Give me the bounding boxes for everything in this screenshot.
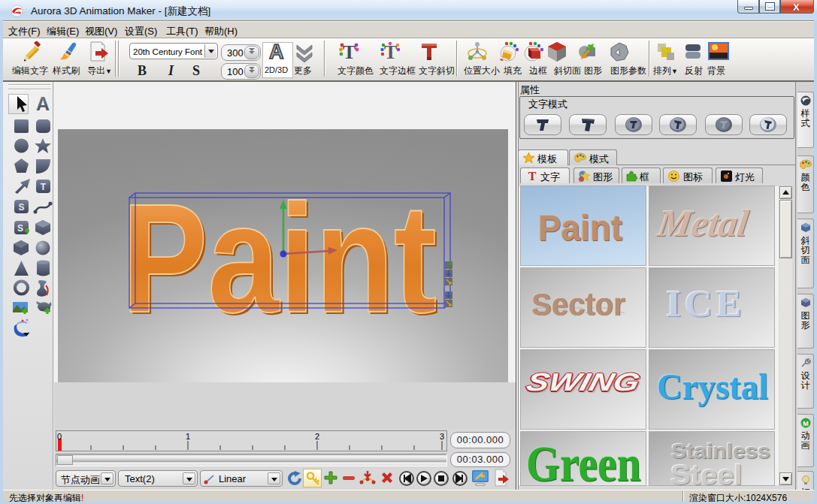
svg-text:S: S: [17, 223, 23, 234]
svg-text:T: T: [41, 182, 47, 192]
svg-text:S: S: [18, 202, 24, 213]
svg-text:M: M: [803, 420, 809, 427]
svg-text:A: A: [36, 93, 50, 114]
svg-text:T: T: [343, 41, 356, 63]
svg-text:T: T: [528, 171, 537, 182]
